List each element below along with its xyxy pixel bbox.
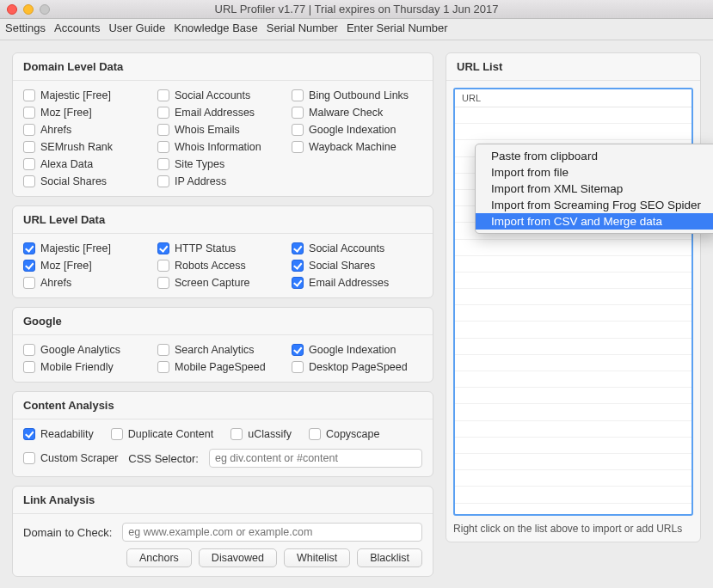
- checkbox-icon[interactable]: [292, 141, 304, 153]
- checkbox-item[interactable]: Copyscape: [309, 428, 380, 440]
- checkbox-icon[interactable]: [292, 89, 304, 101]
- checkbox-item[interactable]: Search Analytics: [157, 344, 288, 356]
- anchors-button[interactable]: Anchors: [126, 548, 192, 567]
- minimize-icon[interactable]: [23, 4, 34, 15]
- checkbox-item[interactable]: Ahrefs: [23, 277, 154, 289]
- url-list-row[interactable]: [455, 240, 691, 256]
- checkbox-icon[interactable]: [292, 277, 304, 289]
- context-menu-item[interactable]: Import from file: [476, 164, 713, 181]
- checkbox-icon[interactable]: [23, 107, 35, 119]
- checkbox-item[interactable]: SEMrush Rank: [23, 141, 154, 153]
- menu-item[interactable]: Serial Number: [267, 21, 338, 34]
- context-menu[interactable]: Paste from clipboardImport from fileImpo…: [475, 144, 713, 234]
- close-icon[interactable]: [7, 4, 17, 15]
- checkbox-item[interactable]: Mobile PageSpeed: [157, 361, 288, 373]
- url-list-row[interactable]: [455, 438, 691, 454]
- checkbox-item[interactable]: Social Shares: [292, 260, 422, 272]
- whitelist-button[interactable]: Whitelist: [284, 548, 350, 567]
- checkbox-icon[interactable]: [157, 124, 169, 136]
- checkbox-icon[interactable]: [292, 124, 304, 136]
- checkbox-item[interactable]: Desktop PageSpeed: [292, 361, 422, 373]
- checkbox-icon[interactable]: [23, 277, 35, 289]
- url-list-row[interactable]: [455, 289, 691, 305]
- maximize-icon[interactable]: [40, 4, 50, 15]
- url-list-row[interactable]: [455, 388, 691, 404]
- checkbox-item[interactable]: Google Indexation: [292, 344, 422, 356]
- url-list-row[interactable]: [455, 454, 691, 470]
- checkbox-item[interactable]: Site Types: [157, 158, 288, 170]
- checkbox-item[interactable]: Alexa Data: [23, 158, 154, 170]
- checkbox-icon[interactable]: [157, 361, 169, 373]
- menu-item[interactable]: User Guide: [108, 21, 165, 34]
- context-menu-item[interactable]: Import from Screaming Frog SEO Spider: [476, 197, 713, 213]
- checkbox-item[interactable]: Moz [Free]: [23, 260, 154, 272]
- checkbox-item[interactable]: Google Analytics: [23, 344, 154, 356]
- custom-scraper-checkbox[interactable]: Custom Scraper: [23, 452, 118, 464]
- checkbox-item[interactable]: Whois Information: [157, 141, 288, 153]
- checkbox-icon[interactable]: [292, 260, 304, 272]
- checkbox-icon[interactable]: [292, 107, 304, 119]
- menu-item[interactable]: Knowledge Base: [174, 21, 258, 34]
- checkbox-item[interactable]: Social Accounts: [157, 89, 288, 101]
- context-menu-item[interactable]: Import from XML Sitemap: [476, 181, 713, 197]
- checkbox-item[interactable]: uClassify: [230, 428, 292, 440]
- checkbox-icon[interactable]: [230, 428, 243, 440]
- menu-item[interactable]: Accounts: [54, 21, 100, 34]
- checkbox-icon[interactable]: [23, 242, 35, 254]
- url-list-row[interactable]: [455, 355, 691, 371]
- checkbox-item[interactable]: Social Accounts: [292, 242, 422, 254]
- checkbox-item[interactable]: Malware Check: [292, 107, 422, 119]
- checkbox-icon[interactable]: [111, 428, 123, 440]
- checkbox-icon[interactable]: [292, 344, 304, 356]
- url-list-row[interactable]: [455, 371, 691, 388]
- checkbox-item[interactable]: HTTP Status: [157, 242, 288, 254]
- checkbox-icon[interactable]: [23, 89, 35, 101]
- checkbox-item[interactable]: Whois Emails: [157, 124, 288, 136]
- menu-item[interactable]: Settings: [5, 21, 46, 34]
- checkbox-icon[interactable]: [23, 158, 35, 170]
- url-list-row[interactable]: [455, 273, 691, 289]
- checkbox-item[interactable]: Moz [Free]: [23, 107, 154, 119]
- checkbox-icon[interactable]: [157, 158, 169, 170]
- menu-item[interactable]: Enter Serial Number: [347, 21, 448, 34]
- url-list-row[interactable]: [455, 124, 691, 140]
- checkbox-icon[interactable]: [23, 361, 35, 373]
- context-menu-item[interactable]: Import from CSV and Merge data: [476, 213, 713, 230]
- url-list-row[interactable]: [455, 470, 691, 487]
- checkbox-icon[interactable]: [23, 428, 35, 440]
- checkbox-icon[interactable]: [157, 260, 169, 272]
- checkbox-item[interactable]: Bing Outbound Links: [292, 89, 422, 101]
- checkbox-item[interactable]: Majestic [Free]: [23, 242, 154, 254]
- checkbox-icon[interactable]: [23, 124, 35, 136]
- checkbox-icon[interactable]: [23, 260, 35, 272]
- url-list-column-header[interactable]: URL: [455, 89, 691, 107]
- checkbox-item[interactable]: Google Indexation: [292, 124, 422, 136]
- disavowed-button[interactable]: Disavowed: [199, 548, 277, 567]
- css-selector-input[interactable]: [209, 449, 422, 468]
- checkbox-icon[interactable]: [157, 344, 169, 356]
- checkbox-item[interactable]: Readability: [23, 428, 94, 440]
- checkbox-item[interactable]: Email Addresses: [157, 107, 288, 119]
- checkbox-icon[interactable]: [292, 242, 304, 254]
- url-list-row[interactable]: [455, 404, 691, 420]
- checkbox-item[interactable]: Duplicate Content: [111, 428, 213, 440]
- checkbox-icon[interactable]: [157, 89, 169, 101]
- url-list-row[interactable]: [455, 305, 691, 322]
- checkbox-icon[interactable]: [157, 242, 169, 254]
- checkbox-icon[interactable]: [292, 361, 304, 373]
- context-menu-item[interactable]: Paste from clipboard: [476, 148, 713, 164]
- url-list-row[interactable]: [455, 487, 691, 503]
- checkbox-icon[interactable]: [23, 175, 35, 187]
- checkbox-item[interactable]: Social Shares: [23, 175, 154, 187]
- checkbox-icon[interactable]: [309, 428, 321, 440]
- checkbox-icon[interactable]: [157, 141, 169, 153]
- checkbox-item[interactable]: Screen Capture: [157, 277, 288, 289]
- checkbox-icon[interactable]: [23, 141, 35, 153]
- checkbox-item[interactable]: Robots Access: [157, 260, 288, 272]
- checkbox-icon[interactable]: [157, 175, 169, 187]
- domain-check-input[interactable]: [122, 523, 422, 542]
- url-list-row[interactable]: [455, 256, 691, 273]
- url-list-row[interactable]: [455, 421, 691, 438]
- blacklist-button[interactable]: Blacklist: [357, 548, 422, 567]
- checkbox-item[interactable]: Ahrefs: [23, 124, 154, 136]
